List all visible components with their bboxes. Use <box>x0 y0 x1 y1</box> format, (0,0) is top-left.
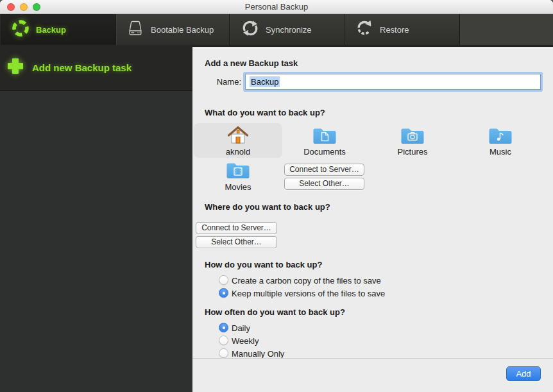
tab-synchronize[interactable]: Synchronize <box>230 14 345 45</box>
minimize-icon[interactable] <box>20 3 28 11</box>
backup-ring-icon <box>11 19 30 40</box>
add-section-heading: Add a new Backup task <box>205 58 298 68</box>
add-new-backup-task-label: Add new Backup task <box>32 62 132 73</box>
radio-daily-label: Daily <box>232 323 250 333</box>
sync-arrows-icon <box>241 19 260 40</box>
source-label-music: Music <box>456 147 545 157</box>
radio-manually-only[interactable] <box>219 348 228 358</box>
where-connect-to-server-button[interactable]: Connect to Server… <box>196 222 277 234</box>
window-title: Personal Backup <box>245 2 308 12</box>
zoom-icon[interactable] <box>33 3 40 11</box>
tab-bootable-backup-label: Bootable Backup <box>151 25 214 35</box>
titlebar: Personal Backup <box>0 0 553 14</box>
tab-restore-label: Restore <box>380 25 409 35</box>
tab-synchronize-label: Synchronize <box>266 25 312 35</box>
source-label-documents: Documents <box>280 147 369 157</box>
add-button[interactable]: Add <box>506 366 541 381</box>
what-select-other-button[interactable]: Select Other… <box>284 178 364 190</box>
source-item-documents[interactable] <box>280 126 369 148</box>
source-item-music[interactable] <box>456 126 545 148</box>
source-item-movies[interactable] <box>194 160 282 182</box>
home-icon <box>226 124 250 149</box>
radio-weekly[interactable] <box>219 336 228 345</box>
toolbar: Backup Bootable Backup <box>0 14 553 45</box>
source-label-aknold: aknold <box>194 147 282 157</box>
source-label-movies: Movies <box>194 182 282 192</box>
folder-movies-icon <box>226 160 250 182</box>
radio-carbon-copy[interactable] <box>219 275 228 285</box>
radio-manually-only-label: Manually Only <box>232 349 284 358</box>
folder-pictures-icon <box>400 126 425 148</box>
footer-bar: Add <box>192 358 553 392</box>
radio-carbon-copy-label: Create a carbon copy of the files to sav… <box>232 276 381 285</box>
add-new-backup-task-button[interactable]: Add new Backup task <box>0 45 192 91</box>
tab-restore[interactable]: Restore <box>345 14 460 45</box>
close-icon[interactable] <box>7 3 15 11</box>
often-section-heading: How often do you want to back up? <box>205 307 345 317</box>
task-name-input[interactable]: Backup <box>245 74 541 90</box>
toolbar-filler <box>460 14 553 45</box>
folder-documents-icon <box>312 126 337 148</box>
source-item-aknold[interactable] <box>194 124 282 149</box>
tab-backup[interactable]: Backup <box>0 14 116 45</box>
radio-weekly-label: Weekly <box>232 336 259 346</box>
main-panel: Add a new Backup task Name: Backup What … <box>192 45 553 392</box>
name-label: Name: <box>192 77 241 87</box>
app-window: Personal Backup Backup Bootable Backup <box>0 0 553 392</box>
what-section-heading: What do you want to back up? <box>205 108 325 117</box>
how-section-heading: How do you want to back up? <box>205 260 322 269</box>
radio-daily[interactable] <box>219 323 228 332</box>
tab-bootable-backup[interactable]: Bootable Backup <box>116 14 230 45</box>
task-list-empty-area <box>0 91 192 392</box>
restore-arrow-icon <box>355 19 374 40</box>
drive-icon <box>126 19 145 40</box>
panel-top-edge <box>192 45 553 47</box>
plus-icon <box>6 56 25 78</box>
source-item-pictures[interactable] <box>368 126 457 148</box>
radio-multiple-versions-label: Keep multiple versions of the files to s… <box>232 289 385 298</box>
source-label-pictures: Pictures <box>368 147 457 157</box>
sidebar: Add new Backup task <box>0 45 192 392</box>
form-scroll-area: Add a new Backup task Name: Backup What … <box>192 45 553 358</box>
tab-backup-label: Backup <box>36 25 66 35</box>
traffic-lights <box>7 3 40 11</box>
where-section-heading: Where do you want to back up? <box>205 202 330 212</box>
task-name-value: Backup <box>250 76 280 87</box>
where-select-other-button[interactable]: Select Other… <box>196 236 277 248</box>
folder-music-icon <box>488 126 513 148</box>
radio-multiple-versions[interactable] <box>219 288 228 298</box>
what-connect-to-server-button[interactable]: Connect to Server… <box>284 164 364 176</box>
